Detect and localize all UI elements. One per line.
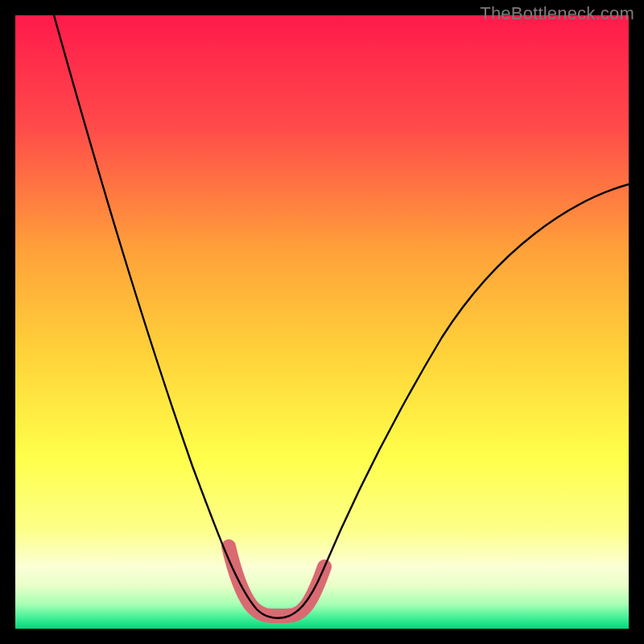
curve-path — [54, 15, 629, 618]
watermark-text: TheBottleneck.com — [480, 3, 634, 24]
chart-frame — [15, 15, 629, 629]
optimal-zone-highlight — [229, 547, 324, 616]
bottleneck-curve — [15, 15, 629, 629]
